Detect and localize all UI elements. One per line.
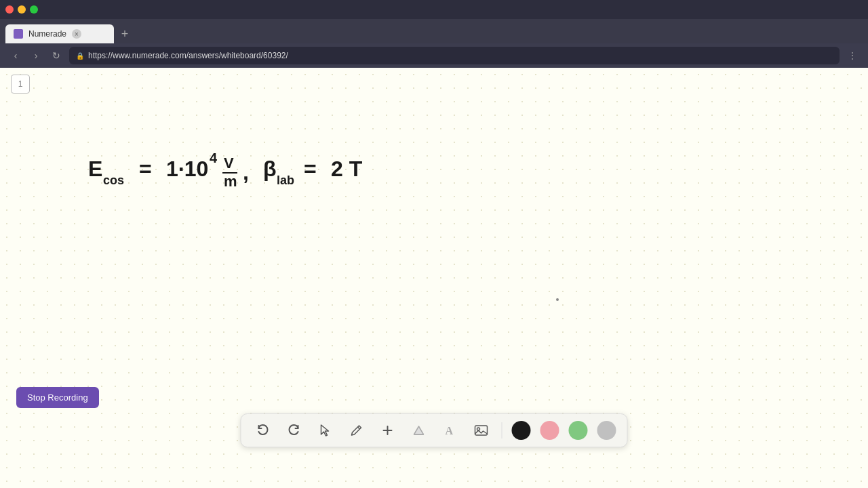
browser-chrome: Numerade × + ‹ › ↻ 🔒 https://www.numerad… [0, 0, 868, 68]
undo-icon [256, 424, 270, 437]
svg-text:4: 4 [210, 150, 218, 165]
stop-recording-button[interactable]: Stop Recording [16, 387, 99, 408]
tab-favicon [14, 29, 23, 39]
active-tab[interactable]: Numerade × [5, 24, 114, 43]
whiteboard[interactable]: 1 E cos = 1·10 4 V m , β lab = 2 T [0, 68, 868, 488]
color-gray-button[interactable] [597, 421, 616, 440]
tab-title: Numerade [28, 29, 66, 39]
url-text: https://www.numerade.com/answers/whitebo… [88, 51, 288, 60]
svg-text:lab: lab [277, 174, 294, 187]
cursor-dot [556, 298, 559, 301]
new-tab-button[interactable]: + [115, 24, 134, 43]
svg-line-13 [358, 427, 360, 429]
svg-text:1·10: 1·10 [166, 157, 208, 181]
image-icon [474, 424, 489, 437]
add-button[interactable] [377, 420, 399, 441]
traffic-light-close[interactable] [5, 5, 14, 14]
undo-button[interactable] [252, 420, 274, 441]
nav-actions: ⋮ [845, 48, 860, 63]
page-number: 1 [11, 75, 30, 94]
text-tool-button[interactable]: A [439, 420, 461, 441]
extensions-button[interactable]: ⋮ [845, 48, 860, 63]
svg-text:=: = [139, 157, 152, 181]
math-content: E cos = 1·10 4 V m , β lab = 2 T [88, 142, 441, 199]
address-bar[interactable]: 🔒 https://www.numerade.com/answers/white… [69, 47, 840, 64]
pen-tool-button[interactable] [346, 420, 368, 441]
lock-icon: 🔒 [76, 52, 84, 60]
svg-text:E: E [88, 157, 102, 181]
eraser-button[interactable] [408, 420, 430, 441]
svg-text:=: = [304, 157, 317, 181]
svg-rect-18 [475, 426, 488, 435]
back-button[interactable]: ‹ [8, 48, 23, 63]
pen-icon [350, 424, 363, 437]
image-button[interactable] [471, 420, 492, 441]
toolbar: A [241, 413, 628, 447]
color-pink-button[interactable] [540, 421, 559, 440]
math-equation: E cos = 1·10 4 V m , β lab = 2 T [88, 142, 441, 197]
svg-text:2 T: 2 T [331, 157, 363, 181]
svg-text:V: V [224, 155, 234, 171]
color-black-button[interactable] [512, 421, 531, 440]
select-tool-button[interactable] [315, 420, 336, 441]
svg-text:cos: cos [103, 174, 124, 187]
refresh-button[interactable]: ↻ [49, 48, 64, 63]
traffic-light-minimize[interactable] [18, 5, 26, 14]
svg-text:,: , [243, 160, 249, 184]
plus-icon [381, 424, 395, 437]
svg-text:m: m [224, 173, 237, 190]
nav-bar: ‹ › ↻ 🔒 https://www.numerade.com/answers… [0, 43, 868, 68]
redo-button[interactable] [283, 420, 305, 441]
text-icon: A [443, 424, 457, 437]
select-icon [319, 424, 332, 437]
redo-icon [288, 424, 301, 437]
toolbar-divider [502, 422, 502, 439]
color-green-button[interactable] [569, 421, 588, 440]
forward-button[interactable]: › [28, 48, 43, 63]
eraser-icon [412, 424, 426, 437]
title-bar [0, 0, 868, 19]
tab-bar: Numerade × + [0, 19, 868, 43]
svg-text:β: β [263, 157, 277, 181]
tab-close-button[interactable]: × [72, 29, 81, 39]
svg-text:A: A [446, 425, 454, 436]
traffic-light-fullscreen[interactable] [30, 5, 38, 14]
